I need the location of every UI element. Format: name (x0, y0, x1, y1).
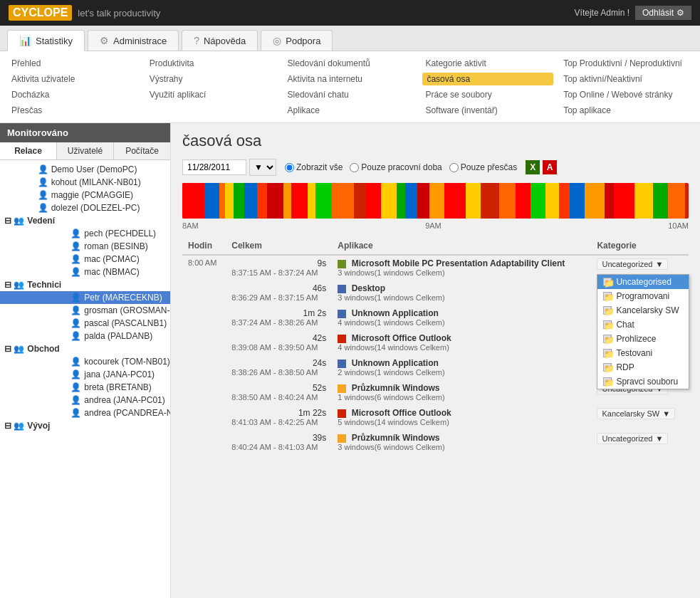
tab-statistiky[interactable]: 📊 Statistiky (7, 30, 85, 51)
category-folder-icon: 📁 (603, 335, 612, 343)
menu-software[interactable]: Software (inventář) (422, 104, 553, 117)
time-range: 8:38:26 AM - 8:38:50 AM (231, 368, 326, 377)
menu-dochazka[interactable]: Docházka (9, 88, 140, 101)
menu-top-aktivni[interactable]: Top aktivní/Neaktivní (560, 73, 691, 85)
menu-sledovani-dok[interactable]: Sledování dokumentů (285, 57, 416, 70)
dropdown-item[interactable]: 📁 Kancelarsky SW (597, 303, 689, 318)
tagline: let's talk productivity (78, 8, 160, 19)
menu-sledovani-chat[interactable]: Sledování chatu (285, 88, 416, 101)
menu-produktivita[interactable]: Produktivita (147, 57, 278, 70)
tree-item[interactable]: 👤pech (PECHDELL) (0, 227, 170, 240)
export-xls-icon[interactable]: X (526, 160, 540, 174)
tree-item[interactable]: 👤andrea (PCANDREA-NEW) (0, 406, 170, 419)
dropdown-item[interactable]: 📁 Testovani (597, 346, 689, 360)
logout-button[interactable]: Odhlásit ⚙ (635, 6, 691, 20)
tab-administrace[interactable]: ⚙ Administrace (88, 30, 179, 51)
date-dropdown[interactable]: ▼ (249, 159, 276, 176)
tree-item[interactable]: 👤andrea (JANA-PC01) (0, 394, 170, 406)
tree-item[interactable]: 👤grosman (GROSMAN-NB01) (0, 304, 170, 317)
menu-prace-soubory[interactable]: Práce se soubory (422, 88, 553, 101)
menu-top-prod[interactable]: Top Produktivní / Neproduktivní (560, 57, 691, 70)
dropdown-item[interactable]: 📁 Chat (597, 318, 689, 332)
support-icon: ◎ (273, 35, 281, 46)
app-color-indicator (338, 335, 346, 343)
tree-item[interactable]: 👤mac (NBMAC) (0, 266, 170, 278)
category-badge[interactable]: Kancelarsky SW ▼ (597, 408, 675, 419)
menu-aplikace[interactable]: Aplikace (285, 104, 416, 117)
hour-cell (182, 305, 226, 330)
date-input[interactable] (182, 159, 246, 175)
duration-cell: 39s 8:40:24 AM - 8:41:03 AM (226, 430, 332, 455)
tree-item[interactable]: 👤maggie (PCMAGGIE) (0, 189, 170, 201)
dropdown-item[interactable]: 📁 RDP (597, 360, 689, 374)
tree-item[interactable]: 👤Demo User (DemoPC) (0, 163, 170, 176)
menu-kategorie[interactable]: Kategorie aktivit (422, 57, 553, 70)
app-name: Microsoft Mobile PC Presentation Adaptab… (338, 258, 585, 268)
menu-casova-osa[interactable]: časová osa (422, 73, 553, 85)
timeline-segment (585, 183, 605, 219)
app-name-text: Unknown Application (352, 358, 439, 368)
time-label-10am: 10AM (668, 221, 689, 230)
tree-item[interactable]: 👤jana (JANA-PC01) (0, 368, 170, 381)
tree-icon: 👤 (70, 369, 81, 379)
app-cell: Unknown Application 4 windows(1 windows … (332, 305, 591, 330)
tree-label: Vedení (27, 216, 55, 226)
tree-item[interactable]: ⊟ 👥Obchod (0, 342, 170, 355)
app-color-indicator (338, 384, 346, 393)
radio-zobrazit-vse[interactable]: Zobrazit vše (285, 162, 343, 172)
menu-top-aplikace[interactable]: Top aplikace (560, 104, 691, 117)
tree-label: mac (NBMAC) (84, 267, 139, 277)
menu-vyuziti[interactable]: Využití aplikací (147, 88, 278, 101)
dropdown-item[interactable]: 📁 Spravci souboru (597, 374, 689, 389)
tree-item[interactable]: 👤kohout (MILANK-NB01) (0, 176, 170, 189)
tree-item[interactable]: 👤mac (PCMAC) (0, 253, 170, 266)
timeline-segment (605, 183, 614, 219)
sidebar-tab-pocitace[interactable]: Počítače (114, 142, 170, 159)
duration-cell: 46s 8:36:29 AM - 8:37:15 AM (226, 280, 332, 305)
duration-cell: 24s 8:38:26 AM - 8:38:50 AM (226, 355, 332, 380)
menu-prescence[interactable]: Přesčas (9, 104, 140, 117)
app-detail: 4 windows(1 windows Celkem) (338, 318, 585, 327)
tree-item[interactable]: 👤dolezel (DOLEZEL-PC) (0, 201, 170, 214)
category-badge[interactable]: Uncategorized ▼ (597, 433, 668, 444)
app-detail: 5 windows(14 windows Celkem) (338, 418, 585, 426)
tree-label: Vývoj (27, 421, 50, 431)
tree-item[interactable]: 👤roman (BESINB) (0, 240, 170, 253)
menu-vystrahy[interactable]: Výstrahy (147, 73, 278, 85)
tree-item[interactable]: 👤kocourek (TOM-NB01) (0, 355, 170, 368)
dropdown-item[interactable]: 📁 Uncategorised (597, 275, 689, 289)
date-selector: ▼ (182, 159, 276, 176)
timeline-segment (225, 183, 234, 219)
tab-statistiky-label: Statistiky (36, 36, 73, 46)
logo: CYCLOPE let's talk productivity (9, 5, 160, 21)
dropdown-item[interactable]: 📁 Prohlizece (597, 332, 689, 346)
tree-icon: 👤 (70, 293, 81, 303)
menu-top-online[interactable]: Top Online / Webové stránky (560, 88, 691, 101)
sidebar-tab-uzivatele[interactable]: Uživatelé (57, 142, 114, 159)
tree-item[interactable]: 👤pascal (PASCALNB1) (0, 317, 170, 330)
tab-napoveda[interactable]: ? Nápověda (182, 30, 258, 51)
tree-item[interactable]: ⊟ 👥Technici (0, 278, 170, 291)
timeline-segment (466, 183, 481, 219)
menu-aktivita-internet[interactable]: Aktivita na internetu (285, 73, 416, 85)
tree-item[interactable]: 👤Petr (MARECEKNB) (0, 291, 170, 304)
sidebar-tab-relace[interactable]: Relace (0, 142, 57, 159)
menu-aktivita[interactable]: Aktivita uživatele (9, 73, 140, 85)
tree-item[interactable]: ⊟ 👥Vedení (0, 214, 170, 227)
time-range: 8:36:29 AM - 8:37:15 AM (231, 293, 326, 302)
page-title: časová osa (182, 132, 689, 150)
dropdown-item-label: Programovani (616, 291, 669, 301)
export-pdf-icon[interactable]: A (543, 160, 557, 174)
menu-prehled[interactable]: Přehled (9, 57, 140, 70)
app-detail: 3 windows(1 windows Celkem) (338, 268, 585, 277)
tree-item[interactable]: 👤breta (BRETANB) (0, 381, 170, 394)
category-badge[interactable]: Uncategorized ▼ (597, 258, 668, 270)
radio-pracovni-doba[interactable]: Pouze pracovní doba (350, 162, 442, 172)
tree-item[interactable]: ⊟ 👥Vývoj (0, 419, 170, 432)
tree-item[interactable]: 👤palda (PALDANB) (0, 330, 170, 342)
dropdown-item[interactable]: 📁 Programovani (597, 289, 689, 303)
tree-icon: ⊟ 👥 (4, 280, 24, 290)
radio-prescence[interactable]: Pouze přesčas (449, 162, 517, 172)
duration-value: 52s (231, 383, 326, 393)
tab-podpora[interactable]: ◎ Podpora (261, 30, 333, 51)
